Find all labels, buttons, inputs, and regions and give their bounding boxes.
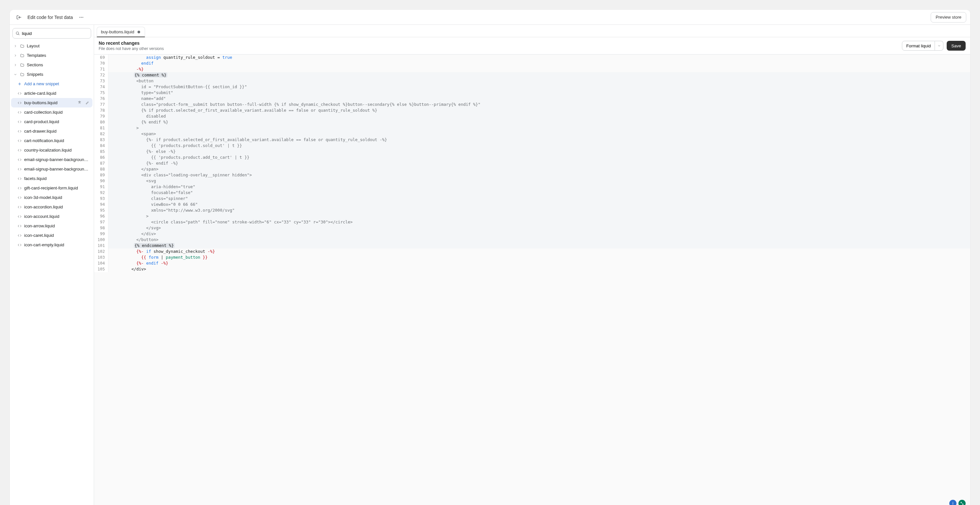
code-line[interactable]: 96 > (94, 213, 970, 219)
code-line[interactable]: 82 <span> (94, 131, 970, 137)
code-file-icon (17, 205, 22, 209)
code-file-icon (17, 224, 22, 228)
save-button[interactable]: Save (947, 41, 966, 51)
add-snippet-button[interactable]: Add a new snippet (11, 79, 92, 89)
file-email-signup-banner-background-[interactable]: email-signup-banner-background… (11, 155, 92, 164)
file-label: icon-3d-model.liquid (24, 195, 91, 200)
code-line[interactable]: 97 <circle class="path" fill="none" stro… (94, 219, 970, 225)
delete-file-button[interactable] (76, 100, 83, 106)
code-line[interactable]: 86 {{ 'products.product.add_to_cart' | t… (94, 155, 970, 160)
line-number: 74 (94, 84, 108, 90)
code-line[interactable]: 104 {%- endif -%} (94, 260, 970, 266)
folder-label: Templates (27, 53, 91, 58)
chevron-down-icon (937, 44, 941, 47)
file-icon-caret-liquid[interactable]: icon-caret.liquid (11, 231, 92, 240)
exit-button[interactable] (14, 12, 24, 22)
file-icon-arrow-liquid[interactable]: icon-arrow.liquid (11, 221, 92, 231)
code-line[interactable]: 73 <button (94, 78, 970, 84)
chevron-right-icon (13, 54, 18, 57)
expand-icon (960, 502, 964, 505)
file-cart-drawer-liquid[interactable]: cart-drawer.liquid (11, 126, 92, 136)
code-line[interactable]: 102 {%- if show_dynamic_checkout -%} (94, 249, 970, 255)
more-menu-button[interactable] (76, 12, 87, 22)
code-line[interactable]: 91 aria-hidden="true" (94, 184, 970, 190)
code-line[interactable]: 71 -%} (94, 66, 970, 72)
code-line[interactable]: 87 {%- endif -%} (94, 160, 970, 166)
file-email-signup-banner-background-[interactable]: email-signup-banner-background… (11, 164, 92, 174)
code-line[interactable]: 75 type="submit" (94, 90, 970, 96)
file-label: icon-account.liquid (24, 214, 91, 219)
line-number: 72 (94, 72, 108, 78)
format-liquid-dropdown[interactable] (935, 41, 943, 51)
file-tree[interactable]: LayoutTemplatesSectionsSnippets Add a ne… (10, 41, 94, 505)
code-file-icon (17, 186, 22, 190)
format-liquid-button[interactable]: Format liquid (902, 41, 935, 51)
code-line[interactable]: 69 assign quantity_rule_soldout = true (94, 54, 970, 61)
editor-wrap: 69 assign quantity_rule_soldout = true70… (94, 54, 970, 505)
code-line[interactable]: 76 name="add" (94, 96, 970, 102)
code-line[interactable]: 95 xmlns="http://www.w3.org/2000/svg" (94, 207, 970, 213)
code-line[interactable]: 83 {%- if product.selected_or_first_avai… (94, 137, 970, 143)
editor-info-button[interactable]: i (949, 500, 956, 505)
tab-buy-buttons[interactable]: buy-buttons.liquid (97, 27, 145, 37)
folder-sections[interactable]: Sections (11, 60, 92, 70)
code-line[interactable]: 105 </div> (94, 266, 970, 272)
file-facets-liquid[interactable]: facets.liquid (11, 174, 92, 183)
code-line[interactable]: 84 {{ 'products.product.sold_out' | t }} (94, 143, 970, 149)
code-line[interactable]: 74 id = "ProductSubmitButton-{{ section_… (94, 84, 970, 90)
rename-file-button[interactable] (84, 100, 91, 106)
exit-icon (16, 14, 22, 20)
code-line[interactable]: 98 </svg> (94, 225, 970, 231)
line-number: 71 (94, 66, 108, 72)
file-icon-account-liquid[interactable]: icon-account.liquid (11, 212, 92, 221)
code-line[interactable]: 85 {%- else -%} (94, 149, 970, 155)
code-line[interactable]: 93 class="spinner" (94, 196, 970, 202)
code-line[interactable]: 78 {% if product.selected_or_first_avail… (94, 107, 970, 113)
editor-expand-button[interactable] (958, 500, 966, 505)
code-line[interactable]: 89 <div class="loading-overlay__spinner … (94, 172, 970, 178)
search-box[interactable] (13, 28, 91, 38)
file-icon-cart-empty-liquid[interactable]: icon-cart-empty.liquid (11, 240, 92, 250)
folder-layout[interactable]: Layout (11, 41, 92, 51)
file-card-product-liquid[interactable]: card-product.liquid (11, 117, 92, 126)
folder-templates[interactable]: Templates (11, 51, 92, 60)
tab-label: buy-buttons.liquid (101, 29, 134, 34)
file-icon-3d-model-liquid[interactable]: icon-3d-model.liquid (11, 193, 92, 202)
plus-icon (17, 82, 22, 86)
preview-store-button[interactable]: Preview store (931, 12, 966, 22)
code-line[interactable]: 101 {% endcomment %} (94, 243, 970, 249)
code-line[interactable]: 103 {{ form | payment_button }} (94, 255, 970, 260)
code-line[interactable]: 99 </div> (94, 231, 970, 237)
line-number: 87 (94, 160, 108, 166)
code-line[interactable]: 94 viewBox="0 0 66 66" (94, 202, 970, 207)
file-gift-card-recipient-form-liquid[interactable]: gift-card-recipient-form.liquid (11, 183, 92, 193)
file-icon-accordion-liquid[interactable]: icon-accordion.liquid (11, 202, 92, 212)
folder-snippets[interactable]: Snippets (11, 70, 92, 79)
file-label: country-localization.liquid (24, 148, 91, 153)
code-line[interactable]: 79 disabled (94, 113, 970, 119)
code-line[interactable]: 77 class="product-form__submit button bu… (94, 102, 970, 107)
code-editor[interactable]: 69 assign quantity_rule_soldout = true70… (94, 54, 970, 505)
file-card-collection-liquid[interactable]: card-collection.liquid (11, 107, 92, 117)
line-number: 84 (94, 143, 108, 149)
line-number: 93 (94, 196, 108, 202)
file-cart-notification-liquid[interactable]: cart-notification.liquid (11, 136, 92, 145)
folder-icon (20, 63, 25, 67)
code-line[interactable]: 92 focusable="false" (94, 190, 970, 196)
file-article-card-liquid[interactable]: article-card.liquid (11, 89, 92, 98)
file-label: cart-notification.liquid (24, 138, 91, 143)
line-number: 85 (94, 149, 108, 155)
code-file-icon (17, 214, 22, 219)
code-line[interactable]: 100 </button> (94, 237, 970, 243)
search-input[interactable] (22, 31, 88, 36)
svg-point-2 (82, 17, 83, 18)
code-line[interactable]: 80 {% endif %} (94, 119, 970, 125)
code-line[interactable]: 70 endif (94, 61, 970, 66)
file-country-localization-liquid[interactable]: country-localization.liquid (11, 145, 92, 155)
code-line[interactable]: 72 {% comment %} (94, 72, 970, 78)
code-line[interactable]: 88 </span> (94, 166, 970, 172)
code-line[interactable]: 81 > (94, 125, 970, 131)
code-line[interactable]: 90 <svg (94, 178, 970, 184)
code-file-icon (17, 119, 22, 124)
file-buy-buttons-liquid[interactable]: buy-buttons.liquid (11, 98, 92, 107)
